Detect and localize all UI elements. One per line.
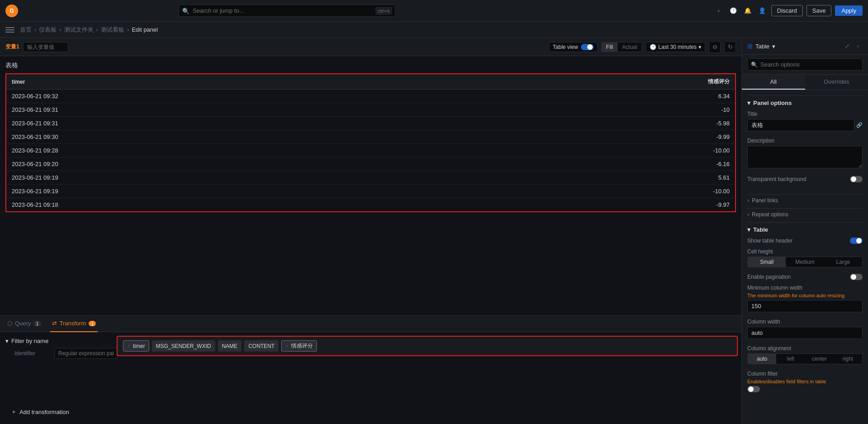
min-col-width-label: Minimum column width [747,285,863,291]
pagination-toggle[interactable] [850,274,863,280]
cell-score: -10 [470,103,736,117]
expand-icon[interactable]: ⤢ [843,42,852,51]
cell-height-btn-medium[interactable]: Medium [786,257,824,267]
col-alignment-btns: autoleftcenterright [747,353,863,364]
refresh-icon[interactable]: ↻ [724,41,736,53]
zoom-out-icon[interactable]: ⊖ [709,41,721,53]
cell-timer: 2023-06-21 09:18 [6,198,470,212]
tab-overrides[interactable]: Overrides [805,75,868,90]
show-header-label: Show table header [747,238,793,244]
table-view-toggle[interactable] [581,44,594,50]
cell-timer: 2023-06-21 09:28 [6,144,470,157]
nav-dashboard-root[interactable]: 仪表板 [39,26,57,34]
cell-score: 5.61 [470,171,736,185]
panel-options-title[interactable]: ▾ Panel options [747,100,863,106]
time-range-picker[interactable]: 🕐 Last 30 minutes ▾ [646,42,705,52]
tab-query[interactable]: ⬡ Query 1 [5,316,43,332]
col-alignment-group: Column alignment autoleftcenterright [747,345,863,364]
hamburger-icon[interactable] [5,25,14,34]
nav-dashboard[interactable]: 测试看板 [101,26,124,34]
fill-button[interactable]: Fill [602,43,618,52]
options-search-bar: 🔍 [742,55,868,75]
align-btn-left[interactable]: left [776,354,805,364]
tab-transform-label: Transform [60,320,86,327]
filter-tag[interactable]: MSG_SENDER_WXID [152,340,215,352]
table-row: 2023-06-21 09:31-10 [6,103,736,117]
transparent-bg-toggle[interactable] [850,176,863,182]
add-icon[interactable]: ＋ [713,5,724,16]
pagination-row: Enable pagination [747,274,863,280]
title-input[interactable] [747,119,854,131]
panel-options-label: Panel options [753,100,792,106]
description-textarea[interactable] [747,146,863,168]
discard-button[interactable]: Discard [771,5,803,16]
time-range-label: Last 30 minutes [658,44,697,50]
save-button[interactable]: Save [807,5,832,16]
tab-all[interactable]: All [742,75,805,90]
panel-toolbar: 变量1 Table view Fill Actual 🕐 Last 30 min… [0,38,741,56]
filter-tag[interactable]: NAME [218,340,242,352]
filter-tag[interactable]: ✓timer [123,340,149,352]
repeat-options-header[interactable]: › Repeat options [747,208,863,220]
search-icon-options: 🔍 [751,62,758,68]
bottom-panel: ⬡ Query 1 ⇄ Transform 1 ▾ Filter by name [0,315,741,424]
cell-height-btn-large[interactable]: Large [824,257,862,267]
search-input[interactable] [179,5,396,17]
table-section-label: Table [753,226,768,233]
table-row: 2023-06-21 09:31-5.98 [6,117,736,130]
align-btn-auto[interactable]: auto [748,354,776,364]
repeat-options-section: › Repeat options [747,208,863,220]
chevron-down-icon-panel: ▾ [772,43,775,50]
collapse-icon[interactable]: › [854,42,863,51]
filter-tags-container: ✓timerMSG_SENDER_WXIDNAMECONTENT✓情感评分 [117,336,738,356]
cell-height-group: Cell height SmallMediumLarge [747,248,863,267]
apply-button[interactable]: Apply [835,5,863,16]
add-transformation-button[interactable]: ＋ Add transformation [5,405,75,419]
table-section: ▾ Table Show table header Cell height Sm… [747,222,863,402]
transform-icon: ⇄ [52,320,57,327]
panel-type-label: Table [755,43,769,50]
cell-score: -9.99 [470,130,736,144]
variable-input[interactable] [23,42,68,52]
cell-height-btn-small[interactable]: Small [748,257,786,267]
main-layout: 变量1 Table view Fill Actual 🕐 Last 30 min… [0,38,868,424]
min-col-width-input[interactable] [747,300,863,312]
toolbar-right: Table view Fill Actual 🕐 Last 30 minutes… [549,41,736,53]
show-header-toggle[interactable] [850,238,863,244]
description-field-label: Description [747,138,863,144]
title-field: Title 🔗 [747,111,863,131]
avatar[interactable]: 👤 [757,5,768,16]
filter-tag[interactable]: ✓情感评分 [281,340,317,352]
nav-home[interactable]: 首页 [20,26,32,34]
filter-identifier-input[interactable] [54,348,118,359]
repeat-options-label: Repeat options [752,211,788,218]
tab-transform[interactable]: ⇄ Transform 1 [50,316,98,332]
panel-links-header[interactable]: › Panel links [747,194,863,206]
cell-score: -10.00 [470,185,736,198]
check-icon: ✓ [127,343,131,349]
left-panel: 变量1 Table view Fill Actual 🕐 Last 30 min… [0,38,741,424]
link-icon[interactable]: 🔗 [856,122,863,128]
align-btn-center[interactable]: center [805,354,834,364]
col-header-score: 情感评分 [470,74,736,90]
view-toggle[interactable]: Table view [549,42,598,52]
query-icon: ⬡ [7,320,12,327]
filter-tag[interactable]: CONTENT [244,340,278,352]
col-filter-toggle[interactable] [747,386,760,392]
view-toggle-label: Table view [553,44,578,50]
clock-icon[interactable]: 🕐 [728,5,739,16]
actual-button[interactable]: Actual [618,43,642,52]
table-row: 2023-06-21 09:30-9.99 [6,130,736,144]
add-transformation-label: Add transformation [19,409,69,415]
options-search-input[interactable] [747,58,863,71]
nav-folder[interactable]: 测试文件夹 [64,26,94,34]
col-width-input[interactable] [747,327,863,339]
table-section-title[interactable]: ▾ Table [747,226,863,233]
query-badge: 1 [33,321,41,326]
cell-height-label: Cell height [747,248,863,255]
options-tabs: All Overrides [742,75,868,90]
chevron-right-icon-repeat: › [747,211,749,218]
panel-type-select[interactable]: ⊞ Table ▾ [747,43,843,50]
bell-icon[interactable]: 🔔 [742,5,753,16]
align-btn-right[interactable]: right [834,354,862,364]
